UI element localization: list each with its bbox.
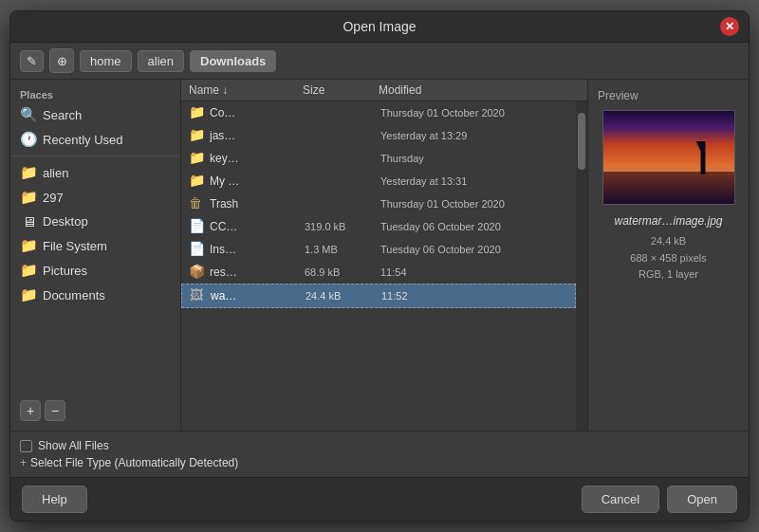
- trash-icon: 🗑: [189, 195, 206, 212]
- edit-button[interactable]: ✎: [20, 50, 44, 72]
- folder-icon: 📁: [20, 189, 37, 206]
- folder-icon: 📁: [189, 173, 206, 190]
- folder-icon: 📁: [20, 164, 37, 181]
- action-right: Cancel Open: [582, 486, 737, 513]
- sidebar-item-alien[interactable]: 📁 alien: [10, 160, 180, 185]
- breadcrumb-home[interactable]: home: [80, 50, 132, 72]
- folder-icon: 📁: [189, 127, 206, 144]
- file-row[interactable]: 📁 jas… Yesterday at 13:29: [181, 124, 576, 147]
- file-row[interactable]: 📁 My … Yesterday at 13:31: [181, 170, 576, 193]
- sidebar-item-documents-label: Documents: [43, 288, 105, 303]
- column-size-header[interactable]: Size: [303, 83, 379, 97]
- breadcrumb-alien[interactable]: alien: [138, 50, 184, 72]
- action-left: Help: [22, 486, 87, 513]
- sidebar-item-recently-used[interactable]: 🕐 Recently Used: [10, 127, 180, 152]
- cancel-button[interactable]: Cancel: [582, 486, 659, 513]
- scrollbar-thumb[interactable]: [578, 113, 585, 170]
- file-name: res…: [210, 266, 305, 279]
- file-size: 68.9 kB: [305, 266, 380, 278]
- sidebar-item-filesystem[interactable]: 📁 File System: [10, 233, 180, 258]
- scrollbar[interactable]: [576, 101, 587, 431]
- sidebar-item-documents[interactable]: 📁 Documents: [10, 283, 180, 307]
- file-name: Ins…: [210, 243, 305, 256]
- sidebar-item-297-label: 297: [43, 191, 64, 205]
- folder-icon: 📁: [20, 286, 37, 303]
- sidebar-item-filesystem-label: File System: [43, 239, 107, 253]
- sidebar-item-recently-used-label: Recently Used: [43, 133, 123, 147]
- file-name: wa…: [211, 289, 305, 303]
- sidebar-item-desktop[interactable]: 🖥 Desktop: [10, 210, 180, 233]
- show-all-files-label: Show All Files: [38, 439, 109, 452]
- archive-icon: 📦: [189, 264, 206, 281]
- close-button[interactable]: ✕: [720, 17, 739, 36]
- preview-colorinfo: RGB, 1 layer: [639, 266, 698, 284]
- file-row[interactable]: 📁 Co… Thursday 01 October 2020: [181, 101, 576, 124]
- show-all-files-row[interactable]: Show All Files: [20, 437, 739, 454]
- file-row[interactable]: 📄 CC… 319.0 kB Tuesday 06 October 2020: [181, 215, 576, 238]
- image-icon: 🖼: [190, 287, 207, 304]
- sidebar-item-pictures[interactable]: 📁 Pictures: [10, 258, 180, 283]
- file-name: key…: [210, 152, 305, 165]
- toolbar: ✎ ⊕ home alien Downloads: [10, 43, 749, 80]
- file-row-trash[interactable]: 🗑 Trash Thursday 01 October 2020: [181, 193, 576, 215]
- remove-place-button[interactable]: −: [45, 400, 65, 421]
- file-list-area: Name ↓ Size Modified 📁 Co… Thursday 01 O…: [181, 80, 587, 431]
- titlebar: Open Image ✕: [10, 11, 749, 43]
- sidebar-item-search[interactable]: 🔍 Search: [10, 102, 180, 127]
- file-modified: 11:52: [381, 290, 567, 302]
- sidebar-section-label: Places: [10, 85, 180, 102]
- preview-filename: watermar…image.jpg: [614, 214, 722, 228]
- file-name: Co…: [210, 106, 305, 119]
- file-modified: 11:54: [380, 266, 568, 278]
- column-modified-header[interactable]: Modified: [379, 83, 580, 97]
- open-button[interactable]: Open: [667, 486, 737, 513]
- file-modified: Thursday: [380, 153, 568, 164]
- help-button[interactable]: Help: [22, 486, 87, 513]
- sidebar-add-remove: + −: [10, 396, 180, 425]
- breadcrumb-downloads[interactable]: Downloads: [190, 50, 276, 72]
- main-content: Places 🔍 Search 🕐 Recently Used 📁 alien …: [10, 80, 749, 431]
- file-name: CC…: [210, 220, 305, 233]
- file-size: 319.0 kB: [305, 221, 380, 232]
- folder-icon: 📁: [189, 150, 206, 167]
- file-name: Trash: [210, 197, 305, 211]
- expand-icon: +: [20, 456, 27, 469]
- folder-icon: 📁: [20, 237, 37, 254]
- show-all-files-checkbox[interactable]: [20, 440, 32, 452]
- preview-label: Preview: [598, 89, 639, 102]
- add-place-button[interactable]: +: [20, 400, 41, 421]
- sidebar-item-search-label: Search: [43, 108, 82, 122]
- pdf-icon: 📄: [189, 241, 206, 258]
- preview-dimensions: 688 × 458 pixels: [630, 250, 706, 267]
- preview-panel: Preview watermar…image.jpg 24.4 kB 688 ×…: [587, 80, 749, 431]
- sort-arrow-icon: ↓: [222, 83, 228, 97]
- sidebar-item-pictures-label: Pictures: [43, 264, 87, 278]
- select-file-type-label: Select File Type (Automatically Detected…: [30, 456, 238, 469]
- preview-image-inner: [603, 111, 734, 204]
- file-modified: Thursday 01 October 2020: [380, 198, 568, 210]
- file-row[interactable]: 📄 Ins… 1.3 MB Tuesday 06 October 2020: [181, 238, 576, 261]
- file-name: My …: [210, 174, 305, 188]
- preview-image: [602, 110, 735, 205]
- sidebar-item-297[interactable]: 📁 297: [10, 185, 180, 210]
- bookmark-button[interactable]: ⊕: [49, 48, 74, 73]
- file-row-selected[interactable]: 🖼 wa… 24.4 kB 11:52: [181, 284, 576, 308]
- file-list-with-scroll: 📁 Co… Thursday 01 October 2020 📁 jas… Ye…: [181, 101, 587, 431]
- sidebar: Places 🔍 Search 🕐 Recently Used 📁 alien …: [10, 80, 181, 431]
- file-list-header: Name ↓ Size Modified: [181, 80, 587, 101]
- file-row[interactable]: 📁 key… Thursday: [181, 147, 576, 170]
- column-name-header[interactable]: Name ↓: [189, 83, 303, 97]
- preview-filesize: 24.4 kB: [651, 233, 686, 250]
- desktop-icon: 🖥: [20, 213, 37, 229]
- action-bar: Help Cancel Open: [10, 477, 749, 521]
- bookmark-icon: ⊕: [57, 54, 67, 68]
- file-size: 24.4 kB: [305, 290, 381, 302]
- file-size: 1.3 MB: [305, 244, 380, 255]
- preview-sky: [603, 111, 734, 167]
- recently-used-icon: 🕐: [20, 131, 37, 148]
- file-list-scroll[interactable]: 📁 Co… Thursday 01 October 2020 📁 jas… Ye…: [181, 101, 576, 431]
- select-file-type-row[interactable]: + Select File Type (Automatically Detect…: [20, 454, 739, 471]
- file-row[interactable]: 📦 res… 68.9 kB 11:54: [181, 261, 576, 284]
- bottom-options: Show All Files + Select File Type (Autom…: [10, 431, 749, 477]
- pdf-icon: 📄: [189, 218, 206, 235]
